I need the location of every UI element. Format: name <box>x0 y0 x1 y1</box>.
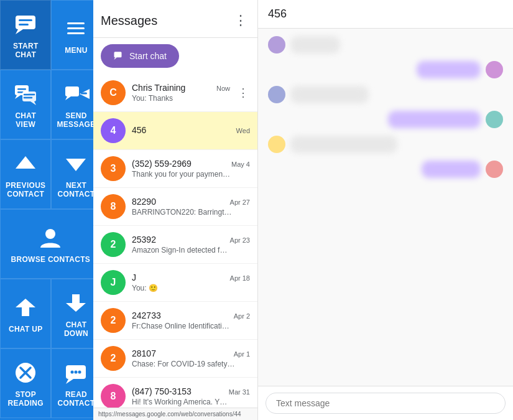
svg-marker-22 <box>16 299 35 316</box>
svg-rect-15 <box>65 86 79 96</box>
svg-marker-19 <box>16 156 35 169</box>
message-input[interactable] <box>266 393 506 414</box>
chat-view-button[interactable]: Chat View <box>0 70 51 139</box>
conv-content: 242733Apr 2Fr:Chase Online Identificati… <box>132 310 250 330</box>
conv-date: Apr 1 <box>234 350 250 358</box>
avatar: J <box>101 270 126 295</box>
svg-rect-2 <box>19 19 32 21</box>
right-panel: 456 <box>258 0 513 420</box>
conv-name: 25392 <box>132 235 156 245</box>
message-row <box>268 111 503 128</box>
messages-title: Messages <box>101 14 157 28</box>
conversation-item[interactable]: 3(352) 559-2969May 4Thank you for your p… <box>93 150 257 188</box>
avatar: 8 <box>101 384 126 408</box>
svg-rect-4 <box>67 22 85 24</box>
menu-label: Menu <box>65 46 88 55</box>
conv-preview: You: Thanks <box>132 94 230 103</box>
chat-title: 456 <box>258 0 513 29</box>
next-contact-label: Next Contact <box>57 181 95 198</box>
svg-marker-28 <box>66 379 73 384</box>
msg-avatar <box>268 136 285 153</box>
chat-messages <box>258 29 513 386</box>
conv-content: Chris TrainingNowYou: Thanks <box>132 83 230 103</box>
svg-marker-1 <box>16 29 23 34</box>
conv-content: (352) 559-2969May 4Thank you for your pa… <box>132 159 250 179</box>
conv-more-icon[interactable]: ⋮ <box>236 86 250 100</box>
svg-marker-8 <box>15 95 21 99</box>
browse-contacts-button[interactable]: Browse Contacts <box>0 209 101 279</box>
more-options-button[interactable]: ⋮ <box>231 10 250 31</box>
conversation-item[interactable]: JJApr 18You: 🙂 <box>93 264 257 302</box>
conv-date: Apr 2 <box>234 312 250 320</box>
conversation-item[interactable]: 4456Wed <box>93 112 257 150</box>
start-chat-btn[interactable]: Start chat <box>101 44 179 68</box>
conv-name: 242733 <box>132 310 161 320</box>
message-row <box>268 36 503 54</box>
message-row <box>268 136 503 153</box>
start-chat-button[interactable]: Start Chat <box>0 0 51 70</box>
conv-preview: Chase: For COVID-19 safety… <box>132 360 250 368</box>
conv-name: 28107 <box>132 348 156 358</box>
msg-avatar <box>268 86 285 103</box>
send-message-label: Send Message <box>57 111 95 129</box>
message-bubble <box>422 161 481 178</box>
svg-point-21 <box>45 229 55 239</box>
conv-content: 82290Apr 27BARRINGTON220: Barringt… <box>132 197 250 217</box>
msg-avatar <box>268 36 285 54</box>
conv-date: Wed <box>236 127 250 134</box>
conv-date: May 4 <box>231 161 250 168</box>
conversations-list: CChris TrainingNowYou: Thanks⋮4456Wed3(3… <box>93 74 257 408</box>
avatar: 2 <box>101 232 126 257</box>
chat-view-label: Chat View <box>6 111 45 129</box>
avatar: C <box>101 80 126 105</box>
url-bar: https://messages.google.com/web/conversa… <box>93 408 257 420</box>
conversation-item[interactable]: 8(847) 750-3153Mar 31Hi! It's Working Am… <box>93 378 257 408</box>
svg-rect-0 <box>16 16 35 29</box>
conv-preview: Hi! It's Working America. Y… <box>132 398 250 406</box>
avatar: 3 <box>101 156 126 181</box>
message-row <box>268 61 503 78</box>
messages-header: Messages ⋮ <box>93 0 257 38</box>
start-chat-btn-label: Start chat <box>129 51 167 61</box>
previous-contact-label: Previous Contact <box>6 181 45 198</box>
conversation-item[interactable]: 882290Apr 27BARRINGTON220: Barringt… <box>93 188 257 226</box>
conv-date: Apr 27 <box>230 198 250 206</box>
conv-name: (847) 750-3153 <box>132 386 192 396</box>
svg-rect-32 <box>114 52 122 57</box>
conv-date: Now <box>216 85 230 92</box>
conversation-item[interactable]: 228107Apr 1Chase: For COVID-19 safety… <box>93 340 257 378</box>
conv-date: Apr 18 <box>230 274 250 282</box>
conv-preview: Amazon Sign-In detected f… <box>132 246 250 254</box>
conv-name: 456 <box>132 125 146 135</box>
conversation-item[interactable]: CChris TrainingNowYou: Thanks⋮ <box>93 74 257 112</box>
stop-reading-label: Stop Reading <box>6 390 45 408</box>
message-row <box>268 161 503 178</box>
conversation-item[interactable]: 2242733Apr 2Fr:Chase Online Identificati… <box>93 302 257 340</box>
conv-name: J <box>132 273 136 282</box>
stop-reading-button[interactable]: Stop Reading <box>0 348 51 418</box>
msg-avatar <box>486 111 503 128</box>
svg-rect-6 <box>67 32 85 34</box>
conv-preview: You: 🙂 <box>132 284 250 292</box>
svg-point-31 <box>78 371 81 374</box>
svg-rect-11 <box>22 91 36 101</box>
chat-up-button[interactable]: Chat Up <box>0 279 51 348</box>
chat-input-bar <box>258 386 513 420</box>
message-bubble <box>290 86 369 103</box>
conv-preview: BARRINGTON220: Barringt… <box>132 208 250 217</box>
message-bubble <box>388 111 481 128</box>
previous-contact-button[interactable]: Previous Contact <box>0 139 51 209</box>
message-row <box>268 86 503 103</box>
conv-name: (352) 559-2969 <box>132 159 192 169</box>
svg-marker-12 <box>30 101 36 105</box>
conv-name: 82290 <box>132 197 156 207</box>
conversation-item[interactable]: 225392Apr 23Amazon Sign-In detected f… <box>93 226 257 264</box>
message-bubble <box>290 136 397 153</box>
svg-marker-33 <box>114 57 118 60</box>
start-chat-label: Start Chat <box>6 42 45 59</box>
conv-date: Mar 31 <box>229 388 250 396</box>
message-bubble <box>290 36 340 54</box>
msg-avatar <box>486 161 503 178</box>
svg-marker-16 <box>65 96 71 100</box>
svg-rect-18 <box>81 93 87 95</box>
